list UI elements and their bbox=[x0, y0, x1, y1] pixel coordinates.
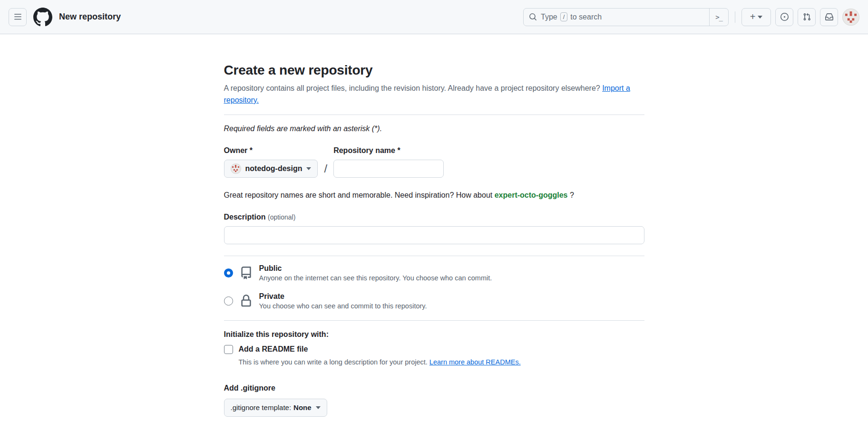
required-asterisk: * bbox=[397, 146, 400, 154]
issue-opened-icon bbox=[780, 13, 789, 21]
slash-keycap: / bbox=[560, 12, 568, 21]
lock-icon bbox=[240, 295, 253, 307]
three-bars-icon bbox=[14, 13, 22, 21]
divider bbox=[224, 115, 644, 115]
owner-avatar bbox=[231, 163, 241, 174]
description-field: Description (optional) bbox=[224, 213, 644, 244]
page-context-title: New repository bbox=[59, 12, 121, 22]
plus-icon: + bbox=[750, 11, 756, 22]
description-input[interactable] bbox=[224, 226, 644, 244]
readme-description: This is where you can write a long descr… bbox=[239, 358, 644, 366]
optional-hint: (optional) bbox=[268, 213, 295, 221]
description-label: Description (optional) bbox=[224, 213, 644, 221]
divider bbox=[224, 320, 644, 321]
repo-name-field: Repository name * bbox=[333, 146, 444, 178]
repo-name-label: Repository name * bbox=[333, 146, 444, 155]
readme-checkbox[interactable] bbox=[224, 345, 233, 354]
gitignore-template-dropdown[interactable]: .gitignore template: None bbox=[224, 399, 327, 417]
suggested-repo-name-link[interactable]: expert-octo-goggles bbox=[495, 191, 568, 199]
pull-requests-button[interactable] bbox=[798, 8, 816, 26]
visibility-option-public: Public Anyone on the internet can see th… bbox=[224, 264, 644, 282]
hamburger-menu-button[interactable] bbox=[9, 8, 27, 26]
private-option-text: Private You choose who can see and commi… bbox=[259, 292, 427, 310]
initialize-heading: Initialize this repository with: bbox=[224, 330, 644, 339]
create-repository-form: Create a new repository A repository con… bbox=[224, 34, 644, 421]
git-pull-request-icon bbox=[803, 13, 811, 21]
private-label: Private bbox=[259, 292, 427, 301]
private-radio[interactable] bbox=[224, 297, 233, 306]
owner-field: Owner * notedog-design bbox=[224, 146, 318, 178]
repo-book-icon bbox=[240, 267, 253, 279]
divider bbox=[224, 256, 644, 256]
public-radio[interactable] bbox=[224, 268, 233, 277]
visibility-option-private: Private You choose who can see and commi… bbox=[224, 292, 644, 310]
caret-down-icon bbox=[758, 16, 762, 19]
inbox-button[interactable] bbox=[820, 8, 838, 26]
page-title: Create a new repository bbox=[224, 63, 644, 78]
private-description: You choose who can see and commit to thi… bbox=[259, 302, 427, 310]
issues-button[interactable] bbox=[775, 8, 793, 26]
caret-down-icon bbox=[306, 167, 311, 170]
public-option-text: Public Anyone on the internet can see th… bbox=[259, 264, 492, 282]
avatar-identicon-icon bbox=[845, 11, 857, 23]
owner-repo-separator: / bbox=[323, 162, 328, 178]
name-suggestion: Great repository names are short and mem… bbox=[224, 191, 644, 200]
public-label: Public bbox=[259, 264, 492, 273]
global-search-input[interactable]: Type / to search >_ bbox=[523, 8, 729, 26]
header-actions: Type / to search >_ + bbox=[523, 8, 859, 26]
gitignore-heading: Add .gitignore bbox=[224, 384, 644, 392]
intro-text: A repository contains all project files,… bbox=[224, 83, 644, 106]
gitignore-selected-value: None bbox=[293, 403, 312, 411]
user-avatar[interactable] bbox=[842, 9, 859, 26]
owner-label: Owner * bbox=[224, 146, 318, 155]
owner-identicon-icon bbox=[232, 165, 239, 172]
caret-down-icon bbox=[316, 406, 321, 409]
owner-repo-row: Owner * notedog-design / Repository name… bbox=[224, 146, 644, 178]
readme-learn-more-link[interactable]: Learn more about READMEs. bbox=[429, 358, 521, 366]
public-description: Anyone on the internet can see this repo… bbox=[259, 274, 492, 282]
search-placeholder: Type / to search bbox=[541, 12, 709, 21]
owner-dropdown[interactable]: notedog-design bbox=[224, 160, 318, 178]
create-new-button[interactable]: + bbox=[741, 8, 771, 26]
command-palette-icon[interactable]: >_ bbox=[709, 9, 728, 26]
owner-selected-value: notedog-design bbox=[245, 164, 302, 173]
required-fields-note: Required fields are marked with an aster… bbox=[224, 124, 644, 133]
app-header: New repository Type / to search >_ + bbox=[0, 0, 868, 34]
inbox-icon bbox=[825, 13, 833, 21]
repo-name-input[interactable] bbox=[333, 160, 444, 178]
search-icon bbox=[529, 13, 537, 21]
header-divider bbox=[735, 11, 735, 23]
required-asterisk: * bbox=[250, 146, 253, 154]
github-logo-icon[interactable] bbox=[33, 8, 52, 27]
readme-label[interactable]: Add a README file bbox=[239, 345, 308, 354]
readme-option: Add a README file bbox=[224, 345, 644, 354]
